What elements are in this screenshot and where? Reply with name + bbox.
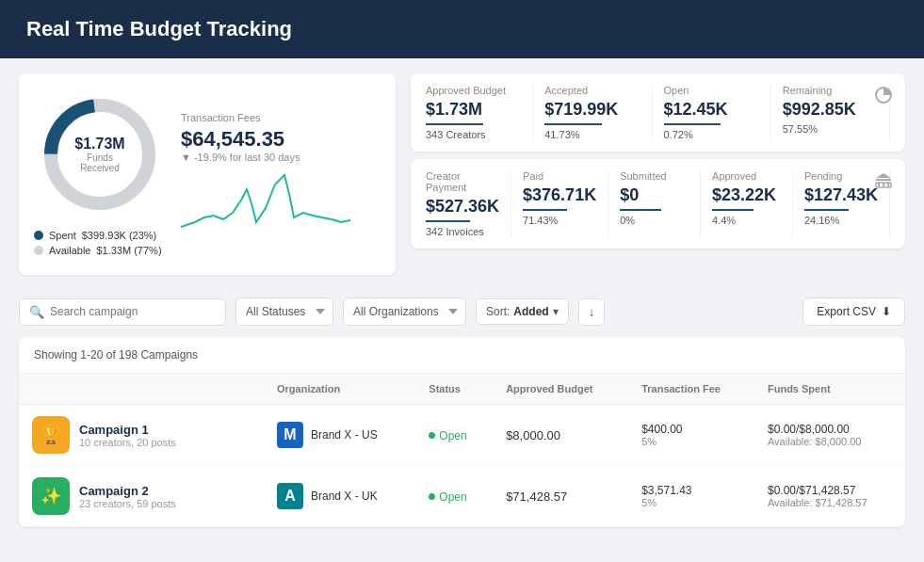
page-title: Real Time Budget Tracking bbox=[26, 17, 292, 40]
approved-budget-label: Approved Budget bbox=[426, 85, 521, 96]
org-name: Brand X - US bbox=[311, 428, 378, 442]
table-body: 🏆 Campaign 1 10 creators, 20 posts M Bra… bbox=[19, 405, 905, 527]
showing-label: Showing 1-20 of 198 Campaigns bbox=[19, 337, 905, 374]
status-label: Open bbox=[439, 490, 466, 504]
available-value: $1.33M (77%) bbox=[96, 245, 161, 256]
legend-available: Available $1.33M (77%) bbox=[34, 245, 166, 256]
accepted-label: Accepted bbox=[544, 85, 640, 96]
col-status: Status bbox=[415, 374, 493, 405]
remaining-label: Remaining bbox=[783, 85, 878, 96]
status-cell: Open bbox=[415, 405, 493, 466]
creator-payment-value: $527.36K bbox=[426, 197, 499, 217]
export-csv-button[interactable]: Export CSV ⬇ bbox=[802, 297, 905, 326]
download-icon: ⬇ bbox=[882, 305, 891, 318]
creator-payment-underline bbox=[426, 220, 470, 222]
filter-bar: 🔍 All Statuses All Organizations Sort: A… bbox=[0, 290, 924, 337]
org-filter[interactable]: All Organizations bbox=[343, 297, 466, 326]
bank-icon[interactable] bbox=[873, 170, 894, 194]
campaigns-table-wrap: Showing 1-20 of 198 Campaigns Organizati… bbox=[19, 337, 905, 527]
cp-approved-sub: 4.4% bbox=[712, 215, 781, 226]
creator-payment-row: Creator Payment $527.36K 342 Invoices Pa… bbox=[411, 159, 905, 249]
creator-payment-label: Creator Payment bbox=[426, 170, 499, 193]
org-logo: M bbox=[277, 422, 303, 448]
svg-rect-2 bbox=[876, 179, 891, 181]
campaign-name: Campaign 1 bbox=[79, 423, 176, 437]
campaign-cell: 🏆 Campaign 1 10 creators, 20 posts bbox=[19, 405, 264, 466]
table-header-row: Organization Status Approved Budget Tran… bbox=[19, 374, 905, 405]
approved-budget-row: Approved Budget $1.73M 343 Creators Acce… bbox=[411, 73, 905, 152]
col-campaign bbox=[19, 374, 264, 405]
svg-rect-4 bbox=[878, 183, 880, 186]
tx-fee-cell: $3,571.43 5% bbox=[628, 466, 754, 527]
paid-col: Paid $376.71K 71.43% bbox=[511, 170, 608, 237]
status-dot bbox=[429, 432, 435, 439]
table-row[interactable]: ✨ Campaign 2 23 creators, 59 posts A Bra… bbox=[19, 466, 905, 527]
campaigns-table: Organization Status Approved Budget Tran… bbox=[19, 374, 905, 527]
available-dot bbox=[34, 246, 43, 255]
donut-chart: $1.73M Funds Received bbox=[34, 88, 166, 220]
status-filter[interactable]: All Statuses bbox=[235, 297, 333, 326]
open-col: Open $12.45K 0.72% bbox=[653, 85, 771, 140]
chart-pie-icon[interactable] bbox=[873, 85, 894, 108]
campaign-avatar: ✨ bbox=[32, 477, 70, 515]
export-label: Export CSV bbox=[817, 305, 876, 318]
status-badge: Open bbox=[429, 490, 466, 504]
search-wrap[interactable]: 🔍 bbox=[19, 298, 226, 326]
creator-payment-sub: 342 Invoices bbox=[426, 226, 499, 237]
remaining-sub: 57.55% bbox=[783, 123, 878, 135]
donut-legend: Spent $399.93K (23%) Available $1.33M (7… bbox=[34, 230, 166, 256]
legend-spent: Spent $399.93K (23%) bbox=[34, 230, 166, 241]
submitted-value: $0 bbox=[620, 185, 689, 205]
table-row[interactable]: 🏆 Campaign 1 10 creators, 20 posts M Bra… bbox=[19, 405, 905, 466]
svg-rect-6 bbox=[887, 183, 889, 186]
sort-chevron-icon[interactable]: ▾ bbox=[553, 305, 559, 318]
campaign-meta: 10 creators, 20 posts bbox=[79, 437, 176, 448]
transaction-section: Transaction Fees $64,545.35 ▼ -19.9% for… bbox=[181, 112, 381, 236]
cp-approved-value: $23.22K bbox=[712, 185, 781, 205]
left-stats-card: $1.73M Funds Received Spent $399.93K (23… bbox=[19, 73, 396, 275]
search-input[interactable] bbox=[50, 305, 201, 318]
cp-approved-underline bbox=[712, 209, 754, 211]
paid-sub: 71.43% bbox=[523, 215, 596, 226]
donut-section: $1.73M Funds Received Spent $399.93K (23… bbox=[34, 88, 166, 260]
org-logo: A bbox=[277, 483, 303, 509]
col-organization: Organization bbox=[264, 374, 415, 405]
funds-spent-value: $0.00/$8,000.00 bbox=[768, 423, 892, 436]
org-cell: A Brand X - UK bbox=[264, 466, 415, 527]
tx-fee-cell: $400.00 5% bbox=[628, 405, 754, 466]
org-name: Brand X - UK bbox=[311, 490, 378, 503]
submitted-col: Submitted $0 0% bbox=[608, 170, 701, 237]
tx-change-pct: ▼ -19.9% bbox=[181, 152, 227, 163]
tx-fee-pct: 5% bbox=[641, 497, 741, 508]
submitted-sub: 0% bbox=[620, 215, 689, 226]
sort-direction-button[interactable]: ↓ bbox=[578, 298, 606, 326]
campaign-meta: 23 creators, 59 posts bbox=[79, 498, 176, 509]
approved-budget-col: Approved Budget $1.73M 343 Creators bbox=[426, 85, 533, 140]
accepted-col: Accepted $719.99K 41.73% bbox=[533, 85, 652, 140]
paid-value: $376.71K bbox=[523, 185, 596, 205]
status-cell: Open bbox=[415, 466, 493, 527]
open-label: Open bbox=[664, 85, 759, 96]
sort-label: Sort: bbox=[486, 305, 510, 318]
spent-dot bbox=[34, 231, 43, 240]
approved-budget-sub: 343 Creators bbox=[426, 129, 521, 140]
sort-wrap: Sort: Added ▾ bbox=[476, 298, 569, 325]
accepted-value: $719.99K bbox=[544, 100, 640, 120]
org-cell: M Brand X - US bbox=[264, 405, 415, 466]
approved-budget-cell: $8,000.00 bbox=[493, 405, 628, 466]
approved-budget-value: $1.73M bbox=[426, 100, 521, 120]
funds-spent-cell: $0.00/$71,428.57 Available: $71,428.57 bbox=[754, 466, 905, 527]
pending-sub: 24.16% bbox=[804, 215, 878, 226]
cp-approved-col: Approved $23.22K 4.4% bbox=[701, 170, 793, 237]
status-label: Open bbox=[439, 429, 466, 442]
approved-budget-underline bbox=[426, 123, 483, 125]
pending-underline bbox=[804, 209, 849, 211]
accepted-sub: 41.73% bbox=[544, 129, 640, 140]
pending-label: Pending bbox=[804, 170, 878, 182]
pending-value: $127.43K bbox=[804, 185, 878, 205]
funds-spent-value: $0.00/$71,428.57 bbox=[768, 484, 892, 497]
funds-spent-available: Available: $8,000.00 bbox=[768, 436, 892, 447]
search-icon: 🔍 bbox=[29, 305, 44, 319]
available-label: Available bbox=[49, 245, 90, 256]
svg-rect-5 bbox=[883, 183, 884, 186]
